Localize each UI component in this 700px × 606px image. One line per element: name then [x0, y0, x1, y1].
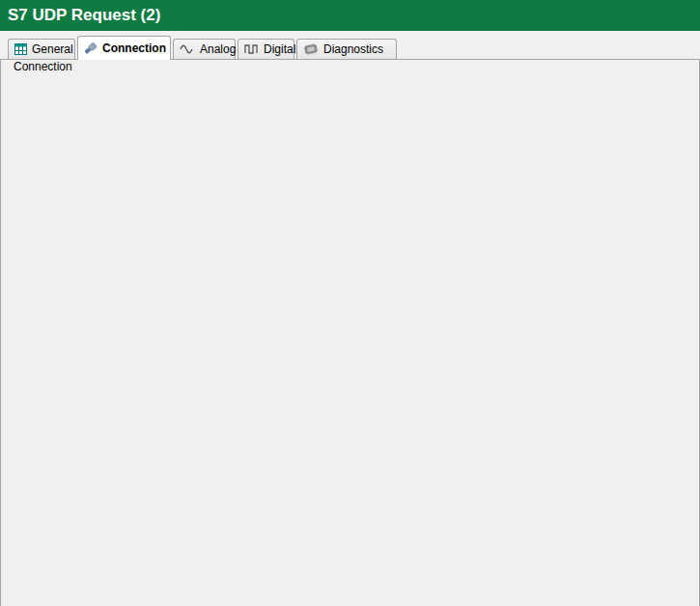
tab-label: Diagnostics — [323, 42, 383, 56]
chip-icon — [303, 42, 319, 56]
tab-diagnostics[interactable]: Diagnostics — [296, 39, 397, 59]
table-grid-icon — [14, 42, 27, 56]
tab-label: Analog — [200, 42, 236, 56]
module-title: S7 UDP Request (2) — [8, 0, 160, 31]
square-wave-icon — [244, 42, 259, 56]
tab-connection[interactable]: Connection — [77, 36, 171, 60]
tab-digital[interactable]: Digital — [238, 39, 294, 59]
tab-general[interactable]: General — [8, 39, 75, 59]
s7-udp-request-dialog: S7 UDP Request (2) General Connection An… — [0, 0, 700, 606]
module-title-bar: S7 UDP Request (2) — [0, 0, 700, 31]
tab-label: General — [32, 42, 73, 56]
tab-page — [0, 59, 700, 606]
sine-wave-icon — [180, 42, 195, 56]
tab-analog[interactable]: Analog — [173, 39, 236, 59]
connector-icon — [84, 41, 98, 55]
connection-group-label: Connection — [10, 60, 76, 73]
tab-label: Digital — [264, 42, 295, 56]
tab-label: Connection — [102, 41, 166, 55]
